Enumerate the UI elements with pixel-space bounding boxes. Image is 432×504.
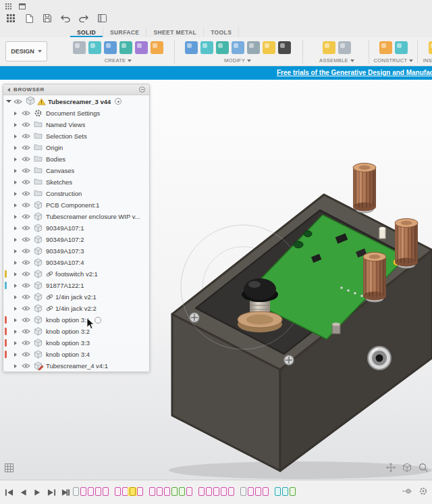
skip-to-end-button[interactable] <box>59 486 72 499</box>
toolbar-tool-icon[interactable] <box>232 41 244 54</box>
expand-arrow-icon[interactable] <box>14 169 20 173</box>
toolbar-tab[interactable]: SURFACE <box>103 27 146 37</box>
apps-grid-icon[interactable] <box>5 13 16 24</box>
expand-arrow-icon[interactable] <box>14 226 20 230</box>
timeline-feature-marker[interactable] <box>137 487 143 496</box>
browser-tree-item[interactable]: Bodies <box>3 153 149 165</box>
toolbar-tool-icon[interactable] <box>119 41 132 54</box>
visibility-eye-icon[interactable] <box>22 282 32 288</box>
toolbar-tool-icon[interactable] <box>263 41 275 54</box>
timeline-feature-marker[interactable] <box>88 487 94 496</box>
data-panel-icon[interactable] <box>97 13 107 24</box>
toolbar-tool-icon[interactable] <box>104 41 117 54</box>
toolbar-tool-icon[interactable] <box>247 41 260 54</box>
visibility-eye-icon[interactable] <box>22 248 32 254</box>
expand-arrow-icon[interactable] <box>6 99 12 105</box>
browser-tree-item[interactable]: Construction <box>3 188 149 199</box>
toolbar-tool-icon[interactable] <box>278 41 291 54</box>
visibility-eye-icon[interactable] <box>22 191 32 197</box>
redo-icon[interactable] <box>78 13 89 24</box>
collapse-all-icon[interactable] <box>139 86 145 93</box>
timeline-feature-marker[interactable] <box>179 487 185 496</box>
timeline-feature-marker[interactable] <box>206 487 212 496</box>
visibility-eye-icon[interactable] <box>22 236 32 243</box>
expand-arrow-icon[interactable] <box>14 295 20 299</box>
timeline-feature-marker[interactable] <box>240 487 246 496</box>
file-new-icon[interactable] <box>24 13 34 24</box>
visibility-eye-icon[interactable] <box>22 328 32 334</box>
pan-icon[interactable] <box>386 463 396 472</box>
timeline-zoom-icon[interactable] <box>402 486 412 496</box>
undo-icon[interactable] <box>60 13 71 24</box>
timeline-feature-marker[interactable] <box>186 487 192 496</box>
timeline-feature-marker[interactable] <box>198 487 205 496</box>
toolbar-tool-icon[interactable] <box>338 41 351 54</box>
visibility-eye-icon[interactable] <box>22 202 32 208</box>
expand-arrow-icon[interactable] <box>14 111 20 116</box>
expand-arrow-icon[interactable] <box>14 330 20 334</box>
version-badge-icon[interactable] <box>115 98 122 105</box>
expand-arrow-icon[interactable] <box>14 341 20 345</box>
expand-arrow-icon[interactable] <box>14 157 20 161</box>
expand-arrow-icon[interactable] <box>14 180 20 184</box>
browser-tree-item[interactable]: 90349A107:1 <box>3 222 149 234</box>
toolbar-tool-icon[interactable] <box>185 41 198 54</box>
browser-tree-item[interactable]: Canvases <box>3 165 149 176</box>
timeline-feature-marker[interactable] <box>236 487 239 496</box>
timeline-feature-marker[interactable] <box>228 487 234 496</box>
visibility-eye-icon[interactable] <box>22 122 32 128</box>
play-button[interactable] <box>31 486 44 499</box>
timeline-feature-marker[interactable] <box>270 487 273 496</box>
visibility-eye-icon[interactable] <box>22 271 32 277</box>
expand-arrow-icon[interactable] <box>14 318 20 322</box>
apps-grid-icon[interactable] <box>5 3 12 10</box>
visibility-eye-icon[interactable] <box>22 110 32 116</box>
group-label-create[interactable]: CREATE <box>105 57 132 64</box>
toolbar-tool-icon[interactable] <box>379 41 392 54</box>
expand-arrow-icon[interactable] <box>14 238 20 242</box>
timeline-feature-marker[interactable] <box>171 487 178 496</box>
toolbar-tab[interactable]: SOLID <box>70 27 103 37</box>
timeline-feature-marker[interactable] <box>248 487 254 496</box>
expand-arrow-icon[interactable] <box>14 123 20 127</box>
visibility-eye-icon[interactable] <box>22 317 32 323</box>
browser-tree-item[interactable]: Sketches <box>3 176 149 188</box>
browser-tree-item[interactable]: PCB Component:1 <box>3 199 149 211</box>
visibility-eye-icon[interactable] <box>22 305 32 311</box>
browser-tree-item[interactable]: knob option 3:3 <box>3 337 149 349</box>
visibility-eye-icon[interactable] <box>22 225 32 231</box>
toolbar-tool-icon[interactable] <box>88 41 101 54</box>
expand-arrow-icon[interactable] <box>14 215 20 219</box>
expand-arrow-icon[interactable] <box>14 261 20 265</box>
timeline-feature-marker[interactable] <box>164 487 170 496</box>
promo-banner[interactable]: Free trials of the Generative Design and… <box>0 66 432 80</box>
expand-arrow-icon[interactable] <box>14 284 20 288</box>
timeline-feature-marker[interactable] <box>144 487 148 496</box>
step-forward-button[interactable] <box>45 486 58 499</box>
timeline-feature-marker[interactable] <box>115 487 121 496</box>
visibility-eye-icon[interactable] <box>22 259 32 266</box>
toolbar-tool-icon[interactable] <box>200 41 213 54</box>
toolbar-tool-icon[interactable] <box>429 41 432 54</box>
expand-arrow-icon[interactable] <box>14 146 20 150</box>
browser-tree-item[interactable]: knob option 3:4 <box>3 349 149 360</box>
browser-tree-item[interactable]: 90349A107:3 <box>3 245 149 257</box>
browser-tree-item[interactable]: Document Settings <box>3 107 149 119</box>
browser-tree-item[interactable]: 91877A122:1 <box>3 280 149 291</box>
toolbar-tool-icon[interactable] <box>216 41 229 54</box>
browser-tree-item[interactable]: Tubescreamer_4 v4:1 <box>3 360 149 372</box>
timeline-feature-marker[interactable] <box>122 487 128 496</box>
toolbar-tool-icon[interactable] <box>73 41 86 54</box>
visibility-eye-icon[interactable] <box>22 294 32 300</box>
browser-tree-item[interactable]: footswitch v2:1 <box>3 268 149 280</box>
timeline-feature-marker[interactable] <box>95 487 101 496</box>
timeline-feature-marker[interactable] <box>263 487 269 496</box>
visibility-eye-icon[interactable] <box>22 145 32 151</box>
timeline-feature-marker[interactable] <box>80 487 86 496</box>
timeline-options-icon[interactable] <box>418 486 428 496</box>
browser-tree-item[interactable]: knob option 3:1 <box>3 314 149 326</box>
group-label-inspect[interactable]: INSPECT <box>423 57 432 64</box>
browser-tree-item[interactable]: Tubescreamer enclosure WIP v... <box>3 211 149 222</box>
browser-tree-item[interactable]: 90349A107:2 <box>3 234 149 245</box>
browser-tree-item[interactable]: 1/4in jack v2:1 <box>3 291 149 303</box>
